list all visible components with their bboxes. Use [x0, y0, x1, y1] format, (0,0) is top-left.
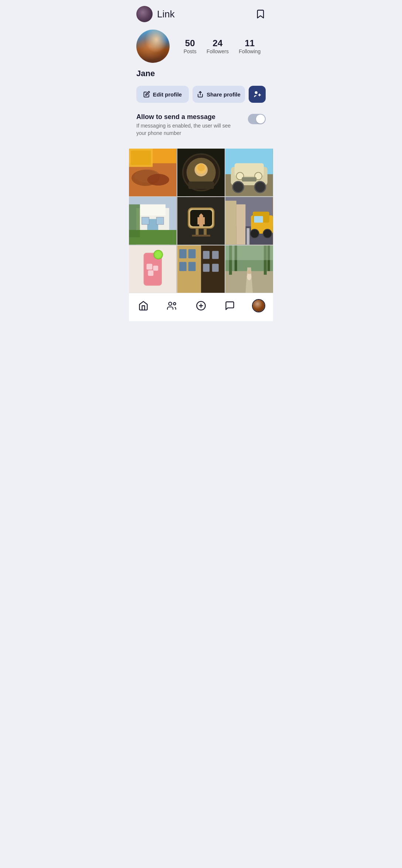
top-bar-avatar — [136, 6, 153, 22]
svg-rect-29 — [140, 204, 166, 216]
photo-grid — [129, 149, 273, 293]
nav-messages[interactable] — [222, 298, 238, 314]
stat-followers[interactable]: 24 Followers — [207, 38, 229, 54]
svg-point-49 — [263, 229, 272, 238]
top-bar: Link — [129, 0, 273, 27]
svg-rect-61 — [179, 249, 187, 258]
share-profile-button[interactable]: Share profile — [193, 86, 245, 103]
app-title: Link — [157, 9, 255, 20]
messaging-toggle[interactable] — [248, 114, 266, 124]
svg-rect-40 — [192, 235, 210, 237]
add-friend-icon — [253, 90, 261, 98]
photo-cell-7[interactable] — [129, 245, 177, 293]
svg-rect-17 — [188, 182, 214, 189]
stat-posts[interactable]: 50 Posts — [184, 38, 197, 54]
svg-rect-55 — [153, 265, 158, 271]
profile-actions: Edit profile Share profile — [136, 86, 266, 103]
nav-profile[interactable] — [251, 298, 267, 314]
edit-profile-button[interactable]: Edit profile — [136, 86, 189, 103]
profile-stats-row: 50 Posts 24 Followers 11 Following — [136, 30, 266, 63]
photo-cell-3[interactable] — [225, 149, 273, 196]
svg-rect-67 — [212, 251, 219, 259]
followers-count: 24 — [207, 38, 229, 48]
profile-username: Jane — [136, 69, 266, 78]
messaging-section: Allow to send a message If messaging is … — [136, 110, 266, 143]
followers-label: Followers — [207, 48, 229, 54]
svg-rect-62 — [188, 249, 195, 258]
following-count: 11 — [239, 38, 260, 48]
photo-cell-2[interactable] — [177, 149, 225, 196]
bookmark-icon[interactable] — [255, 9, 266, 19]
add-icon — [196, 301, 206, 311]
svg-rect-54 — [147, 264, 153, 269]
svg-rect-34 — [129, 204, 140, 237]
add-friend-button[interactable] — [249, 86, 266, 103]
home-icon — [138, 301, 149, 311]
messaging-description: If messaging is enabled, the user will s… — [136, 122, 242, 137]
photo-cell-1[interactable] — [129, 149, 177, 196]
svg-point-25 — [233, 182, 244, 193]
svg-rect-78 — [225, 245, 273, 260]
svg-rect-45 — [236, 204, 246, 245]
svg-point-1 — [255, 91, 258, 94]
svg-point-48 — [251, 229, 259, 238]
edit-profile-label: Edit profile — [153, 91, 182, 98]
svg-rect-50 — [254, 216, 263, 223]
svg-rect-32 — [156, 217, 164, 224]
profile-avatar[interactable] — [136, 30, 170, 63]
svg-rect-31 — [142, 217, 149, 224]
svg-rect-43 — [247, 228, 250, 245]
following-label: Following — [239, 48, 260, 54]
profile-section: 50 Posts 24 Followers 11 Following Jane … — [129, 27, 273, 149]
svg-rect-63 — [179, 262, 187, 271]
friends-icon — [167, 301, 178, 311]
posts-count: 50 — [184, 38, 197, 48]
share-profile-label: Share profile — [207, 91, 241, 98]
svg-point-77 — [248, 270, 251, 274]
messaging-title: Allow to send a message — [136, 113, 242, 121]
svg-rect-24 — [242, 177, 257, 182]
svg-rect-44 — [225, 201, 236, 245]
nav-friends[interactable] — [164, 298, 180, 314]
svg-rect-68 — [203, 264, 209, 272]
svg-rect-10 — [131, 150, 151, 165]
svg-rect-69 — [212, 264, 219, 272]
photo-cell-8[interactable] — [177, 245, 225, 293]
nav-home[interactable] — [135, 298, 151, 314]
svg-point-79 — [168, 302, 172, 306]
stat-following[interactable]: 11 Following — [239, 38, 260, 54]
photo-cell-9[interactable] — [225, 245, 273, 293]
share-icon — [197, 91, 204, 98]
nav-profile-avatar — [252, 299, 265, 312]
svg-rect-38 — [195, 228, 198, 235]
svg-rect-64 — [188, 262, 195, 271]
svg-point-8 — [147, 174, 169, 186]
svg-rect-56 — [148, 270, 153, 276]
pencil-icon — [143, 91, 150, 98]
svg-point-58 — [155, 251, 161, 257]
bottom-nav — [129, 293, 273, 321]
posts-label: Posts — [184, 48, 197, 54]
photo-cell-4[interactable] — [129, 197, 177, 245]
messaging-text: Allow to send a message If messaging is … — [136, 113, 248, 137]
svg-rect-39 — [204, 228, 207, 235]
messages-icon — [225, 301, 235, 311]
photo-cell-6[interactable] — [225, 197, 273, 245]
svg-point-80 — [173, 303, 176, 305]
svg-rect-66 — [203, 251, 209, 259]
messaging-row: Allow to send a message If messaging is … — [136, 113, 266, 137]
svg-point-26 — [255, 182, 266, 193]
svg-point-16 — [197, 164, 205, 172]
nav-add[interactable] — [193, 298, 209, 314]
photo-cell-5[interactable] — [177, 197, 225, 245]
stats-container: 50 Posts 24 Followers 11 Following — [178, 38, 266, 54]
